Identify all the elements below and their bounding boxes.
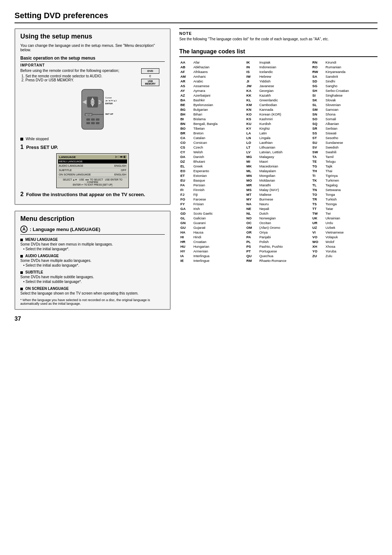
lang-name: Frisian (192, 202, 245, 206)
lang-code: SR (311, 126, 324, 131)
svg-point-6 (91, 100, 94, 104)
lcd-title: LANGUAGE (59, 155, 76, 159)
step2-num: 2 (20, 191, 24, 197)
table-row: HRCroatianPLPolishWOWolof (179, 239, 377, 244)
lang-name: Turkmen (324, 178, 377, 183)
subtitle-bullet: Select the initial subtitle language*. (23, 280, 165, 284)
table-row: EUBasqueMOMoldavianTKTurkmen (179, 178, 377, 183)
lang-code: HY (179, 249, 192, 254)
svg-text:SET UP: SET UP (86, 114, 91, 116)
lang-name: Marathi (258, 183, 311, 187)
lang-name: Latin (258, 131, 311, 135)
lang-name: Afrikaans (192, 69, 245, 74)
table-row: ASAssameseJWJavaneseSGSangho (179, 84, 377, 88)
lang-name: Kurdish (258, 121, 311, 126)
lang-code: ET (179, 173, 192, 178)
lang-code: OR (245, 230, 258, 235)
lang-name: Hausa (192, 230, 245, 235)
lang-name: Shona (324, 112, 377, 117)
lang-code: ZU (311, 254, 324, 258)
lang-code: DA (179, 154, 192, 159)
table-row: HAHausaOROriyaVIVietnamese (179, 230, 377, 235)
lang-name: Nauru (258, 202, 311, 206)
lang-code: IA (179, 254, 192, 258)
lang-code: LN (245, 135, 258, 140)
lang-name: Breton (192, 131, 245, 135)
menu-language-bullet: Select the initial language*. (23, 247, 165, 251)
lang-code: TT (311, 206, 324, 211)
lang-name: Tatar (324, 206, 377, 211)
lang-name: Gujarati (192, 225, 245, 230)
page-title: Setting DVD preferences (15, 11, 377, 23)
table-row: BABashkirKLGreenlandicSKSlovak (179, 98, 377, 102)
lcd-icons: ▷ □ ⏭ ◧ (115, 155, 126, 159)
audio-language-subtitle: AUDIO LANGUAGE (20, 254, 165, 258)
lang-name: Malagasy (258, 154, 311, 159)
lang-code: SL (311, 102, 324, 107)
language-codes-table: AAAfarIKInupiakRNKirundiABAbkhazianINInd… (179, 60, 377, 263)
lang-name: Portuguese (258, 249, 311, 254)
lang-name: Greek (192, 164, 245, 169)
lang-name: Setswana (324, 187, 377, 192)
lang-code: AZ (179, 93, 192, 98)
lang-name: Catalan (192, 135, 245, 140)
lang-code: VO (311, 235, 324, 239)
lang-name: Thai (324, 169, 377, 173)
lang-name: Tagalog (324, 183, 377, 187)
lang-name: Kirundi (324, 60, 377, 65)
lang-code: LO (245, 140, 258, 145)
table-row: DZBhutaniMIMaoriTETelugu (179, 159, 377, 164)
lang-name: Galician (192, 216, 245, 220)
lang-code: ML (245, 169, 258, 173)
lang-code: DZ (179, 159, 192, 164)
lang-name: Kashmiri (258, 117, 311, 121)
lang-code: NE (245, 206, 258, 211)
lang-name: Tigrinya (324, 173, 377, 178)
lang-code: KO (245, 112, 258, 117)
lang-code: VI (311, 230, 324, 235)
lang-name: Persian (192, 183, 245, 187)
lang-name: Welsh (192, 150, 245, 154)
lang-name: Pashto, Pushto (258, 244, 311, 249)
step2-text: Follow the instructions that appear on t… (26, 192, 145, 197)
lang-name: Bashkir (192, 98, 245, 102)
table-row: EOEsperantoMLMalayalamTHThai (179, 169, 377, 173)
lcd-onscreen-value: ENGLISH (114, 173, 126, 176)
lang-name: Serbo-Croatian (324, 88, 377, 93)
remote-diagram: DVD ⊏ USB MEMORY (136, 68, 165, 86)
language-codes-title: The language codes list (179, 48, 377, 57)
lang-code: TO (311, 192, 324, 197)
table-row: BNBengali, BanglaKUKurdishSQAlbanian (179, 121, 377, 126)
lang-name: Rumanian (324, 65, 377, 69)
lang-name: Zulu (324, 254, 377, 258)
lcd-screen: LANGUAGE ▷ □ ⏭ ◧ MENU LANGUAGE AUDIO LAN… (56, 153, 129, 188)
lang-code: ST (311, 135, 324, 140)
table-row: AYAymaraKAGeorgianSHSerbo-Croatian (179, 88, 377, 93)
lang-name: Yiddish (258, 79, 311, 84)
table-row: AMAmharicIWHebrewSASanskrit (179, 74, 377, 79)
lang-name: Quechua (258, 254, 311, 258)
table-row: GLGalicianNONorwegianUKUkrainian (179, 216, 377, 220)
lang-code: KM (245, 102, 258, 107)
lang-code: SU (311, 140, 324, 145)
lang-code: UZ (311, 225, 324, 230)
lang-code: MT (245, 192, 258, 197)
lang-code: UR (311, 220, 324, 225)
lang-code: OM (245, 225, 258, 230)
onscreen-language-body: Select the language shown on the TV scre… (20, 291, 165, 295)
step1-block: 1 Press SET UP. (20, 144, 165, 150)
lang-code: BO (179, 126, 192, 131)
lang-code: SI (311, 93, 324, 98)
table-row: BIBislamaKSKashmiriSOSomali (179, 117, 377, 121)
svg-rect-15 (86, 118, 90, 121)
lang-name: Arabic (192, 79, 245, 84)
lang-name: Yoruba (324, 249, 377, 254)
table-row: BOTibetanKYKirghizSRSerbian (179, 126, 377, 131)
lang-name: Irish (192, 206, 245, 211)
lang-name: Interlingua (192, 254, 245, 258)
table-row: BRBretonLALatinSSSiswati (179, 131, 377, 135)
lang-name: Latvian, Lettish (258, 150, 311, 154)
lang-name: Samoan (324, 107, 377, 112)
lang-name: Serbian (324, 126, 377, 131)
lang-code: MY (245, 197, 258, 202)
